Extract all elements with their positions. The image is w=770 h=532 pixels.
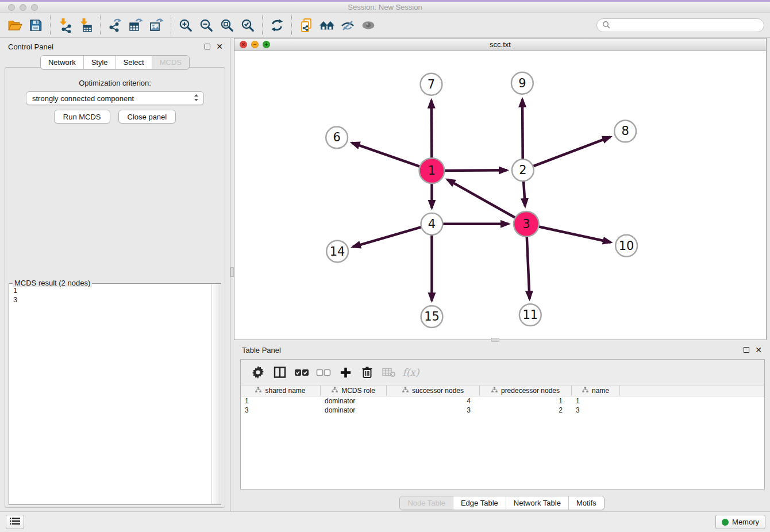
network-graph[interactable]: 7968124314101511 xyxy=(234,51,766,340)
status-bar: Memory xyxy=(0,511,770,532)
open-session-icon[interactable] xyxy=(5,15,25,36)
mcds-panel: Optimization criterion: strongly connect… xyxy=(5,67,225,508)
mcds-result-list[interactable]: 13 xyxy=(10,285,211,503)
function-builder-label: f(x) xyxy=(402,367,419,378)
show-all-icon[interactable] xyxy=(358,15,379,36)
memory-button[interactable]: Memory xyxy=(715,515,765,529)
tab-edge-table[interactable]: Edge Table xyxy=(453,496,506,510)
task-list-icon xyxy=(10,517,20,527)
tab-select[interactable]: Select xyxy=(116,56,152,69)
network-window-title: scc.txt xyxy=(234,38,766,51)
table-row[interactable]: 1dominator411 xyxy=(241,396,764,406)
column-header-label: MCDS role xyxy=(341,387,375,395)
optimization-criterion-label: Optimization criterion: xyxy=(5,79,225,87)
import-network-icon[interactable] xyxy=(55,15,75,36)
network-minimize-button[interactable]: − xyxy=(251,41,259,48)
criterion-dropdown-value: strongly connected component xyxy=(32,94,194,103)
select-all-icon[interactable] xyxy=(294,364,310,380)
mcds-result-item[interactable]: 1 xyxy=(13,286,208,295)
delete-row-icon[interactable] xyxy=(359,364,375,380)
float-table-panel-icon[interactable] xyxy=(744,347,749,353)
table-cell[interactable]: dominator xyxy=(321,406,387,414)
graph-edge-4-14[interactable] xyxy=(353,224,432,247)
search-input[interactable] xyxy=(613,21,759,29)
table-settings-icon[interactable] xyxy=(250,364,266,380)
table-cell[interactable]: 1 xyxy=(241,397,321,405)
zoom-window-button[interactable] xyxy=(31,4,38,11)
graph-node-label: 6 xyxy=(333,130,340,144)
horizontal-splitter-handle[interactable] xyxy=(491,338,499,342)
table-cell[interactable]: 1 xyxy=(572,397,620,405)
tab-network-table[interactable]: Network Table xyxy=(506,496,568,510)
network-maximize-button[interactable]: + xyxy=(263,41,270,48)
result-scrollbar[interactable] xyxy=(211,284,220,504)
column-header-shared-name[interactable]: shared name xyxy=(241,385,321,396)
column-header-label: shared name xyxy=(265,387,305,395)
zoom-selected-icon[interactable] xyxy=(237,15,258,36)
mcds-result-item[interactable]: 3 xyxy=(13,295,208,304)
clone-network-icon[interactable] xyxy=(296,15,317,36)
node-table: f(x) shared nameMCDS rolesuccessor nodes… xyxy=(240,359,765,489)
memory-status-icon xyxy=(722,519,729,526)
graph-node-label: 7 xyxy=(428,78,435,91)
criterion-dropdown[interactable]: strongly connected component xyxy=(26,91,204,105)
graph-edge-2-8[interactable] xyxy=(523,137,610,170)
graph-node-label: 8 xyxy=(621,124,629,138)
tab-mcds[interactable]: MCDS xyxy=(152,56,189,69)
column-header-mcds-role[interactable]: MCDS role xyxy=(321,385,387,396)
column-type-icon xyxy=(255,387,261,395)
close-panel-icon[interactable]: ✕ xyxy=(216,43,223,50)
control-panel-title: Control Panel xyxy=(8,43,53,51)
run-mcds-button[interactable]: Run MCDS xyxy=(54,110,110,124)
tab-style[interactable]: Style xyxy=(83,56,116,69)
column-type-icon xyxy=(582,387,588,395)
network-window-titlebar[interactable]: × − + scc.txt xyxy=(234,38,766,51)
zoom-out-icon[interactable] xyxy=(196,15,217,36)
refresh-view-icon[interactable] xyxy=(267,15,287,36)
column-header-label: predecessor nodes xyxy=(501,387,560,395)
column-header-successor-nodes[interactable]: successor nodes xyxy=(387,385,480,396)
tab-motifs[interactable]: Motifs xyxy=(568,496,604,510)
main-toolbar xyxy=(0,13,770,38)
table-cell[interactable]: 3 xyxy=(241,406,321,414)
table-cell[interactable]: 2 xyxy=(480,406,572,414)
column-chooser-icon[interactable] xyxy=(272,364,288,380)
column-header-label: successor nodes xyxy=(412,387,464,395)
table-cell[interactable]: 4 xyxy=(387,397,480,405)
import-table-icon[interactable] xyxy=(75,15,96,36)
delete-table-icon xyxy=(381,364,397,380)
table-cell[interactable]: dominator xyxy=(321,397,387,405)
zoom-in-icon[interactable] xyxy=(175,15,196,36)
table-cell[interactable]: 3 xyxy=(387,406,480,414)
add-row-icon[interactable] xyxy=(337,364,353,380)
network-close-button[interactable]: × xyxy=(240,41,247,48)
column-header-name[interactable]: name xyxy=(572,385,620,396)
table-row[interactable]: 3dominator323 xyxy=(241,406,764,415)
network-canvas[interactable]: 7968124314101511 xyxy=(234,51,766,340)
search-field[interactable] xyxy=(596,18,764,32)
column-header-predecessor-nodes[interactable]: predecessor nodes xyxy=(480,385,572,396)
tab-network[interactable]: Network xyxy=(41,56,83,69)
first-neighbors-icon[interactable] xyxy=(317,15,337,36)
dropdown-chevrons-icon xyxy=(194,94,199,103)
export-network-icon[interactable] xyxy=(105,15,125,36)
export-image-icon[interactable] xyxy=(146,15,167,36)
task-history-button[interactable] xyxy=(6,515,24,529)
graph-edge-3-1[interactable] xyxy=(447,179,526,223)
hide-selected-icon[interactable] xyxy=(337,15,358,36)
table-panel: Table Panel ✕ xyxy=(234,342,770,511)
save-session-icon[interactable] xyxy=(25,15,46,36)
graph-node-label: 3 xyxy=(522,217,530,231)
table-cell[interactable]: 3 xyxy=(572,406,620,414)
export-table-icon[interactable] xyxy=(125,15,146,36)
zoom-fit-icon[interactable] xyxy=(217,15,237,36)
close-window-button[interactable] xyxy=(8,4,15,11)
tab-node-table[interactable]: Node Table xyxy=(400,496,453,510)
minimize-window-button[interactable] xyxy=(20,4,26,11)
close-panel-button[interactable]: Close panel xyxy=(118,110,176,124)
table-cell[interactable]: 1 xyxy=(480,397,572,405)
toolbar-separator xyxy=(50,16,51,35)
float-panel-icon[interactable] xyxy=(205,44,210,49)
close-table-panel-icon[interactable]: ✕ xyxy=(755,346,762,353)
deselect-all-icon[interactable] xyxy=(315,364,332,380)
